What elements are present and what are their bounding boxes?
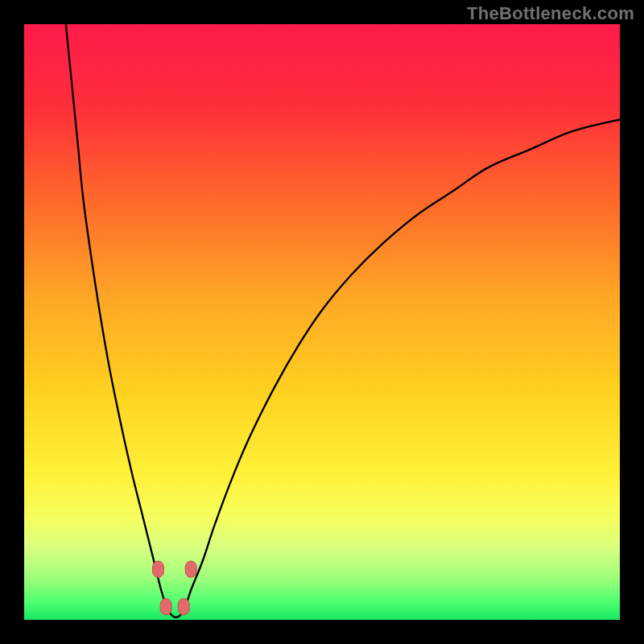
chart-frame: TheBottleneck.com: [0, 0, 644, 644]
curve-marker: [153, 561, 164, 577]
chart-svg: [24, 24, 620, 620]
curve-marker: [160, 599, 171, 615]
curve-marker: [185, 561, 196, 577]
curve-marker: [178, 599, 189, 615]
gradient-background: [24, 24, 620, 620]
watermark-text: TheBottleneck.com: [467, 3, 634, 24]
plot-area: [24, 24, 620, 620]
